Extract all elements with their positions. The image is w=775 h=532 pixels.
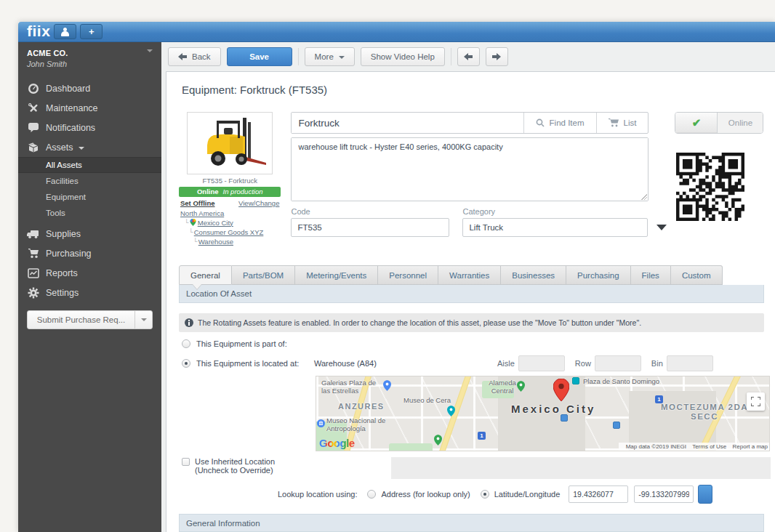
bin-input[interactable]: [667, 355, 713, 371]
address-option-label: Address (for lookup only): [381, 490, 470, 499]
tab-personnel[interactable]: Personnel: [378, 265, 438, 285]
quick-add-button[interactable]: +: [80, 24, 103, 39]
row-input[interactable]: [595, 355, 641, 371]
sidebar-item-label: Settings: [46, 288, 79, 298]
map-pin-teal-icon: [447, 406, 455, 419]
qr-code: [676, 153, 744, 221]
show-video-help-button[interactable]: Show Video Help: [361, 47, 445, 66]
asset-name-row: Find Item List: [291, 112, 648, 134]
bin-label: Bin: [651, 359, 663, 368]
view-change-link[interactable]: View/Change: [238, 199, 279, 207]
inherited-note: (Uncheck to Override): [195, 466, 275, 475]
online-check-button[interactable]: ✔: [675, 113, 718, 133]
find-item-button[interactable]: Find Item: [523, 113, 596, 133]
tree-link-mexico-city[interactable]: Mexico City: [198, 219, 233, 227]
code-input[interactable]: [291, 218, 449, 237]
inherited-label: Use Inherited Location: [195, 457, 275, 466]
tab-businesses[interactable]: Businesses: [501, 265, 566, 285]
video-help-label: Show Video Help: [371, 52, 435, 61]
sidebar-item-purchasing[interactable]: Purchasing: [18, 243, 161, 263]
tree-link-consumer-goods[interactable]: Consumer Goods XYZ: [194, 228, 264, 236]
sidebar-item-supplies[interactable]: Supplies: [18, 224, 161, 243]
map-route-shield: 1: [478, 432, 486, 440]
map-pin-green-icon: [517, 381, 525, 395]
part-of-label: This Equipment is part of:: [196, 339, 287, 348]
tab-parts-bom[interactable]: Parts/BOM: [232, 265, 295, 285]
tree-link-north-america[interactable]: North America: [180, 209, 224, 217]
report-map-error-link[interactable]: Report a map err: [733, 443, 770, 450]
tab-warranties[interactable]: Warranties: [438, 265, 501, 285]
map-route-shield: 1: [655, 395, 663, 403]
sidebar-item-facilities[interactable]: Facilities: [18, 173, 161, 189]
map-fullscreen-button[interactable]: [747, 392, 765, 411]
tab-purchasing[interactable]: Purchasing: [566, 265, 631, 285]
use-inherited-location-checkbox[interactable]: [182, 458, 190, 466]
latitude-input[interactable]: [569, 485, 628, 503]
previous-record-button[interactable]: [457, 47, 480, 66]
asset-photo[interactable]: [187, 112, 273, 174]
map-label-plaza: Plaza de Santo Domingo: [583, 378, 659, 386]
code-label: Code: [291, 207, 449, 216]
tab-custom[interactable]: Custom: [671, 265, 723, 285]
back-button[interactable]: Back: [168, 47, 221, 66]
sidebar-item-notifications[interactable]: Notifications: [18, 118, 161, 137]
part-of-radio[interactable]: [182, 339, 190, 348]
fiix-logo: fiix: [27, 23, 50, 40]
google-logo[interactable]: Google: [319, 437, 355, 449]
account-block[interactable]: ACME CO. John Smith: [18, 42, 161, 74]
category-dropdown-icon[interactable]: [656, 225, 667, 230]
more-button[interactable]: More: [305, 47, 355, 66]
category-value[interactable]: Lift Truck: [462, 218, 648, 237]
sidebar-item-dashboard[interactable]: Dashboard: [18, 78, 161, 98]
aisle-input[interactable]: [518, 355, 565, 371]
sidebar-item-maintenance[interactable]: Maintenance: [18, 98, 161, 118]
sidebar-item-label: Maintenance: [46, 103, 98, 113]
account-caret-icon[interactable]: [147, 49, 153, 52]
asset-name-input[interactable]: [292, 113, 523, 133]
submit-purchase-request-button[interactable]: Submit Purchase Req...: [27, 310, 153, 329]
sidebar-item-reports[interactable]: Reports: [18, 263, 161, 283]
map-label-anzures: ANZURES: [338, 403, 385, 411]
lookup-label: Lookup location using:: [278, 490, 357, 499]
sidebar-item-all-assets[interactable]: All Assets: [18, 157, 161, 173]
resize-grip[interactable]: [641, 194, 647, 200]
purchase-request-caret-icon[interactable]: [134, 311, 152, 329]
sidebar-item-tools[interactable]: Tools: [18, 205, 161, 221]
sidebar-item-equipment[interactable]: Equipment: [18, 189, 161, 205]
asset-thumbnail-column: FT535 - Forktruck OnlineIn production Se…: [179, 112, 281, 246]
next-record-button[interactable]: [486, 47, 508, 66]
latlong-radio[interactable]: [481, 490, 489, 499]
save-button[interactable]: Save: [227, 47, 292, 66]
tree-link-warehouse[interactable]: Warehouse: [198, 238, 233, 246]
located-at-radio[interactable]: [182, 359, 190, 368]
sidebar-item-settings[interactable]: Settings: [18, 283, 161, 302]
more-label: More: [315, 52, 334, 61]
asset-description-input[interactable]: warehouse lift truck - Hyster E40 series…: [292, 138, 648, 201]
chevron-down-icon: [339, 56, 345, 59]
tab-metering-events[interactable]: Metering/Events: [295, 265, 378, 285]
list-button[interactable]: List: [596, 113, 648, 133]
toolbar-separator: [451, 48, 451, 65]
map-transit-icon: [613, 422, 620, 429]
find-item-label: Find Item: [550, 118, 585, 127]
inherited-location-bar: [391, 457, 771, 479]
located-at-row: This Equipment is located at: Warehouse …: [182, 355, 768, 371]
locate-button[interactable]: [698, 485, 712, 504]
user-profile-button[interactable]: [54, 24, 76, 39]
longitude-input[interactable]: [634, 485, 694, 503]
settings-icon: [27, 286, 39, 299]
dashboard-icon: [27, 82, 39, 94]
sidebar: ACME CO. John Smith Dashboard Maintenanc…: [18, 42, 161, 532]
terms-of-use-link[interactable]: Terms of Use: [692, 443, 726, 450]
location-map[interactable]: Galerias Plaza de las Estrellas ANZURES …: [316, 376, 770, 451]
maintenance-icon: [27, 102, 39, 114]
sidebar-item-label: Purchasing: [46, 249, 92, 259]
address-radio[interactable]: [367, 490, 376, 499]
tab-files[interactable]: Files: [631, 265, 671, 285]
map-pin-mini-icon: [190, 219, 196, 229]
set-offline-link[interactable]: Set Offline: [180, 199, 215, 207]
category-label: Category: [462, 207, 667, 216]
sidebar-item-assets[interactable]: Assets: [18, 137, 161, 157]
tab-general[interactable]: General: [179, 265, 232, 285]
online-toggle-label: Online: [718, 113, 763, 133]
